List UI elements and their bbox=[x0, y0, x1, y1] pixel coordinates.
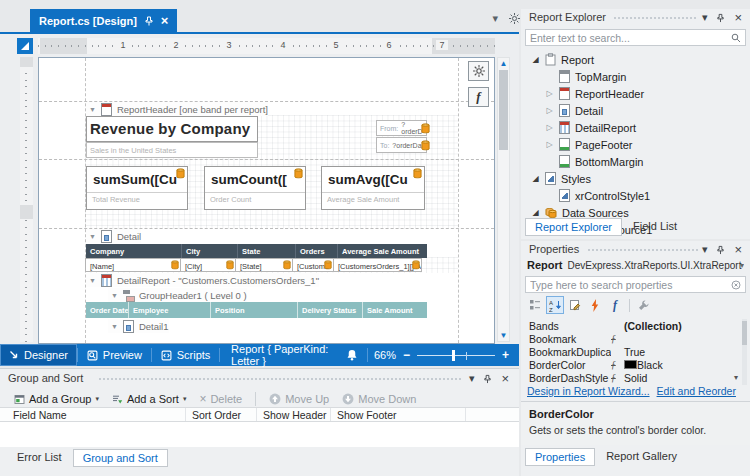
scrollbar-thumb[interactable] bbox=[499, 70, 508, 150]
property-row-bands[interactable]: Bands (Collection) bbox=[529, 319, 738, 332]
notifications-bell-icon[interactable] bbox=[346, 349, 358, 361]
pin-icon[interactable] bbox=[716, 245, 725, 255]
collapse-band-icon[interactable]: ▼ bbox=[89, 106, 96, 113]
tree-item-detailreport[interactable]: ▷ DetailReport bbox=[523, 119, 744, 136]
collapse-band-icon[interactable]: ▼ bbox=[89, 277, 96, 284]
edit-and-reorder-link[interactable]: Edit and Reorder bbox=[657, 385, 736, 397]
tab-preview[interactable]: Preview bbox=[78, 344, 151, 366]
zoom-slider-thumb[interactable] bbox=[452, 350, 455, 361]
page-settings-button[interactable] bbox=[468, 61, 489, 81]
ruler-corner-button[interactable] bbox=[17, 38, 33, 54]
band-header-detail[interactable]: ▼ Detail bbox=[86, 229, 141, 243]
expression-icon[interactable]: ƒ bbox=[611, 360, 624, 370]
table-cell[interactable]: [Custome bbox=[292, 258, 334, 272]
scripts-fx-button[interactable]: f bbox=[468, 87, 489, 107]
table-header-cell[interactable]: Position bbox=[211, 302, 298, 318]
close-icon[interactable]: × bbox=[734, 10, 742, 25]
report-page[interactable]: ▼ ReportHeader [one band per report] Rev… bbox=[38, 57, 495, 344]
close-icon[interactable]: × bbox=[734, 242, 742, 257]
expressions-fx-button[interactable]: f bbox=[606, 296, 624, 314]
tree-expanded-icon[interactable]: ◢ bbox=[531, 209, 540, 217]
properties-search[interactable] bbox=[525, 276, 746, 293]
expression-icon[interactable]: ƒ bbox=[611, 334, 624, 344]
band-header-groupheader1[interactable]: ▼ GroupHeader1 ( Level 0 ) bbox=[108, 288, 247, 302]
design-in-report-wizard-link[interactable]: Design in Report Wizard... bbox=[527, 385, 650, 397]
property-row-bookmarkduplicatesuppress[interactable]: BookmarkDuplicateSu True bbox=[529, 345, 738, 358]
column-header[interactable]: Sort Order bbox=[192, 409, 241, 421]
table-header-cell[interactable]: Delivery Status bbox=[298, 302, 363, 318]
pin-icon[interactable] bbox=[483, 374, 492, 384]
property-pages-button[interactable] bbox=[566, 296, 584, 314]
tab-properties[interactable]: Properties bbox=[525, 448, 595, 466]
add-a-sort-button[interactable]: Add a Sort ▾ bbox=[108, 391, 191, 407]
scrollbar-thumb[interactable] bbox=[742, 321, 747, 345]
column-header[interactable]: Show Footer bbox=[337, 409, 397, 421]
date-to-control[interactable]: To: ?orderDa bbox=[376, 137, 427, 153]
column-header[interactable]: Show Header bbox=[263, 409, 327, 421]
alphabetical-sort-button[interactable]: AZ bbox=[546, 296, 564, 314]
tree-item-xrcontrolstyle1[interactable]: xrControlStyle1 bbox=[523, 187, 744, 204]
zoom-in-button[interactable]: + bbox=[502, 348, 509, 362]
tab-group-and-sort[interactable]: Group and Sort bbox=[73, 449, 168, 467]
tree-item-detail[interactable]: ▷ Detail bbox=[523, 102, 744, 119]
tree-item-styles[interactable]: ◢ Styles bbox=[523, 170, 744, 187]
tree-item-report[interactable]: ◢ Report bbox=[523, 51, 744, 68]
delete-button[interactable]: × Delete bbox=[195, 390, 246, 408]
column-header[interactable]: Field Name bbox=[13, 409, 67, 421]
close-icon[interactable]: × bbox=[161, 14, 169, 27]
explorer-search[interactable] bbox=[525, 29, 746, 46]
group-sort-empty-list[interactable] bbox=[0, 422, 519, 447]
close-icon[interactable]: × bbox=[501, 371, 509, 386]
tree-collapsed-icon[interactable]: ▷ bbox=[545, 90, 554, 98]
table-cell[interactable]: [CustomersOrders_1][].A bbox=[333, 258, 422, 272]
collapse-band-icon[interactable]: ▼ bbox=[111, 292, 118, 299]
tree-expanded-icon[interactable]: ◢ bbox=[531, 56, 540, 64]
chevron-down-icon[interactable]: ▾ bbox=[702, 243, 708, 256]
summary-total-revenue[interactable]: sumSum([Cu Total Revenue bbox=[86, 166, 188, 210]
chevron-down-icon[interactable]: ▾ bbox=[702, 11, 708, 24]
tab-designer[interactable]: Designer bbox=[0, 344, 77, 366]
clear-search-icon[interactable] bbox=[731, 280, 741, 290]
table-header-cell[interactable]: Order Date bbox=[86, 302, 129, 318]
chevron-down-icon[interactable]: ▾ bbox=[492, 12, 498, 25]
chevron-down-icon[interactable]: ▾ bbox=[469, 372, 475, 385]
events-lightning-icon[interactable] bbox=[586, 296, 604, 314]
categorized-view-button[interactable] bbox=[526, 296, 544, 314]
table-header-cell[interactable]: Employee bbox=[129, 302, 211, 318]
customer-table-header[interactable]: Company City State Orders Average Sale A… bbox=[86, 244, 427, 258]
table-cell[interactable]: [State] bbox=[235, 258, 293, 272]
search-icon[interactable] bbox=[731, 33, 741, 43]
table-cell[interactable]: [Name] bbox=[85, 258, 181, 272]
property-row-borderdashstyle[interactable]: BorderDashStyle ƒ Solid ▾ bbox=[529, 371, 738, 384]
add-a-group-button[interactable]: Add a Group ▾ bbox=[10, 391, 103, 407]
move-up-button[interactable]: Move Up bbox=[265, 391, 333, 407]
report-subtitle-control[interactable]: Sales in the United States bbox=[86, 142, 258, 158]
band-header-reportheader[interactable]: ▼ ReportHeader [one band per report] bbox=[86, 102, 268, 116]
gear-icon[interactable] bbox=[509, 13, 520, 24]
tab-field-list[interactable]: Field List bbox=[624, 218, 686, 236]
settings-wrench-icon[interactable] bbox=[635, 296, 653, 314]
zoom-out-button[interactable]: − bbox=[403, 348, 410, 362]
table-header-cell[interactable]: Sale Amount bbox=[363, 302, 427, 318]
tree-collapsed-icon[interactable]: ▷ bbox=[545, 124, 554, 132]
tree-item-topmargin[interactable]: TopMargin bbox=[523, 68, 744, 85]
zoom-slider[interactable] bbox=[417, 350, 495, 361]
vertical-scrollbar[interactable]: ▲ ▼ bbox=[497, 57, 510, 342]
table-header-cell[interactable]: Company bbox=[86, 244, 182, 258]
table-cell[interactable]: [City] bbox=[180, 258, 236, 272]
tab-error-list[interactable]: Error List bbox=[8, 449, 71, 467]
band-header-detailreport[interactable]: ▼ DetailReport - "Customers.CustomersOrd… bbox=[86, 273, 319, 287]
table-header-cell[interactable]: State bbox=[238, 244, 296, 258]
table-header-cell[interactable]: City bbox=[182, 244, 238, 258]
pin-icon[interactable] bbox=[716, 13, 725, 23]
date-from-control[interactable]: From: ?orderD bbox=[376, 120, 427, 136]
expression-icon[interactable]: ƒ bbox=[611, 373, 624, 383]
tree-collapsed-icon[interactable]: ▷ bbox=[545, 141, 554, 149]
report-title-control[interactable]: Revenue by Company bbox=[86, 116, 258, 142]
tab-report-explorer[interactable]: Report Explorer bbox=[525, 218, 622, 236]
table-header-cell[interactable]: Average Sale Amount bbox=[338, 244, 427, 258]
tree-item-pagefooter[interactable]: ▷ PageFooter bbox=[523, 136, 744, 153]
document-tab[interactable]: Report.cs [Design] × bbox=[30, 9, 177, 32]
tree-item-reportheader[interactable]: ▷ ReportHeader bbox=[523, 85, 744, 102]
collapse-band-icon[interactable]: ▼ bbox=[111, 323, 118, 330]
